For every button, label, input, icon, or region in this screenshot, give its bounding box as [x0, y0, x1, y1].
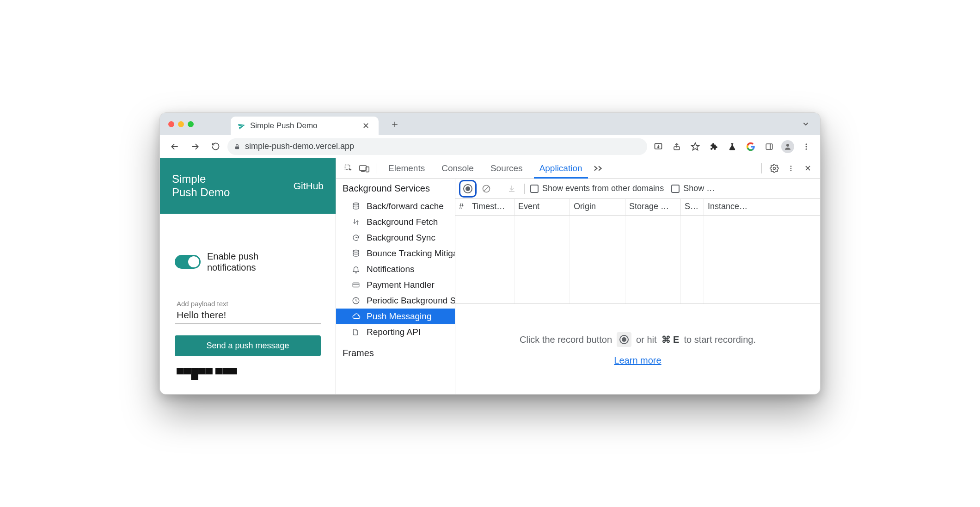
- more-tabs-icon[interactable]: [591, 161, 606, 176]
- tab-sources[interactable]: Sources: [482, 158, 531, 178]
- kebab-menu-icon[interactable]: [799, 139, 814, 154]
- clear-button[interactable]: [479, 182, 493, 196]
- labs-flask-icon[interactable]: [725, 139, 740, 154]
- settings-gear-icon[interactable]: [766, 161, 782, 176]
- google-icon[interactable]: [743, 139, 758, 154]
- window-controls: [168, 121, 194, 127]
- bell-icon: [352, 265, 362, 273]
- database-icon: [352, 202, 362, 210]
- sidebar-item-background-sync[interactable]: Background Sync: [336, 230, 455, 246]
- address-bar[interactable]: simple-push-demo.vercel.app: [227, 138, 647, 155]
- tab-list-button[interactable]: [797, 120, 815, 128]
- show-truncated-checkbox[interactable]: Show …: [671, 184, 715, 193]
- inspect-icon[interactable]: [341, 161, 356, 176]
- cloud-icon: [352, 312, 362, 321]
- frames-header: Frames: [336, 343, 455, 363]
- checkbox-icon: [530, 185, 539, 193]
- payload-value: Hello there!: [177, 309, 319, 321]
- svg-point-11: [806, 146, 807, 147]
- svg-rect-23: [353, 283, 359, 287]
- svg-point-18: [790, 166, 792, 167]
- file-icon: [352, 328, 362, 336]
- sidebar-item-reporting-api[interactable]: Reporting API: [336, 324, 455, 340]
- app-body: Enable push notifications Add payload te…: [160, 214, 336, 390]
- device-toolbar-icon[interactable]: [356, 161, 372, 176]
- toggle-label: Enable push notifications: [207, 251, 258, 273]
- events-table-body: [455, 216, 820, 303]
- tab-strip: Simple Push Demo ✕ ＋: [160, 113, 820, 135]
- devtools-close-icon[interactable]: ✕: [800, 161, 815, 176]
- record-button[interactable]: [461, 182, 474, 195]
- github-link[interactable]: GitHub: [294, 180, 324, 192]
- download-button[interactable]: [505, 182, 519, 196]
- svg-point-9: [786, 144, 789, 147]
- sidebar-item-background-fetch[interactable]: Background Fetch: [336, 214, 455, 230]
- learn-more-link[interactable]: Learn more: [614, 355, 661, 366]
- svg-point-21: [353, 203, 359, 205]
- close-window-button[interactable]: [168, 121, 174, 127]
- svg-point-22: [353, 250, 359, 253]
- devtools-tabbar: Elements Console Sources Application ✕: [336, 158, 820, 179]
- paper-plane-icon: [237, 121, 246, 130]
- shortcut-label: ⌘ E: [662, 334, 680, 345]
- sidebar-item-push-messaging[interactable]: Push Messaging: [336, 309, 455, 324]
- profile-button[interactable]: [780, 139, 795, 154]
- close-tab-icon[interactable]: ✕: [361, 121, 371, 131]
- sidebar-item-notifications[interactable]: Notifications: [336, 261, 455, 277]
- side-panel-icon[interactable]: [762, 139, 777, 154]
- sidebar-item-periodic-bg-sync[interactable]: Periodic Background Sync: [336, 293, 455, 309]
- sidebar-item-bounce-tracking[interactable]: Bounce Tracking Mitigations: [336, 246, 455, 261]
- pane-toolbar: Show events from other domains Show …: [455, 179, 820, 199]
- col-instance[interactable]: Instance…: [704, 199, 820, 215]
- browser-toolbar: simple-push-demo.vercel.app: [160, 135, 820, 158]
- install-app-icon[interactable]: [651, 139, 666, 154]
- col-origin[interactable]: Origin: [570, 199, 625, 215]
- forward-button[interactable]: [187, 138, 203, 155]
- bookmark-star-icon[interactable]: [688, 139, 703, 154]
- app-header: Simple Push Demo GitHub: [160, 158, 336, 214]
- push-messaging-pane: Show events from other domains Show … # …: [455, 179, 820, 394]
- send-push-button[interactable]: Send a push message: [175, 335, 321, 356]
- card-icon: [352, 281, 362, 289]
- back-button[interactable]: [166, 138, 183, 155]
- col-storage[interactable]: Storage …: [625, 199, 681, 215]
- col-timestamp[interactable]: Timest…: [468, 199, 514, 215]
- svg-point-17: [773, 167, 776, 169]
- share-icon[interactable]: [669, 139, 684, 154]
- svg-point-12: [806, 148, 807, 149]
- fullscreen-window-button[interactable]: [188, 121, 194, 127]
- clock-icon: [352, 297, 362, 305]
- sidebar-item-back-forward-cache[interactable]: Back/forward cache: [336, 198, 455, 214]
- show-other-domains-checkbox[interactable]: Show events from other domains: [530, 184, 664, 193]
- tab-elements[interactable]: Elements: [380, 158, 433, 178]
- database-icon: [352, 249, 362, 258]
- tab-console[interactable]: Console: [433, 158, 482, 178]
- svg-marker-6: [692, 142, 699, 150]
- col-event[interactable]: Event: [514, 199, 570, 215]
- checkbox-icon: [671, 185, 680, 193]
- devtools: Elements Console Sources Application ✕: [336, 158, 820, 394]
- col-index[interactable]: #: [455, 199, 468, 215]
- minimize-window-button[interactable]: [178, 121, 184, 127]
- extensions-icon[interactable]: [706, 139, 721, 154]
- col-s[interactable]: S…: [681, 199, 704, 215]
- url-text: simple-push-demo.vercel.app: [245, 142, 354, 151]
- app-title-line1: Simple: [172, 173, 230, 186]
- payload-field[interactable]: Add payload text Hello there!: [175, 296, 321, 324]
- sidebar-item-payment-handler[interactable]: Payment Handler: [336, 277, 455, 293]
- payload-placeholder: Add payload text: [177, 300, 319, 308]
- new-tab-button[interactable]: ＋: [383, 117, 406, 131]
- browser-tab[interactable]: Simple Push Demo ✕: [231, 117, 379, 135]
- svg-point-19: [790, 167, 792, 169]
- tab-application[interactable]: Application: [531, 158, 591, 178]
- sync-icon: [352, 234, 362, 242]
- svg-rect-7: [766, 144, 772, 149]
- content-area: Simple Push Demo GitHub Enable push noti…: [160, 158, 820, 394]
- empty-state-text: Click the record button or hit ⌘ E to st…: [520, 332, 756, 347]
- push-toggle[interactable]: [175, 255, 201, 269]
- devtools-kebab-icon[interactable]: [783, 161, 799, 176]
- application-sidebar: Background Services Back/forward cache B…: [336, 179, 455, 394]
- reload-button[interactable]: [207, 138, 224, 155]
- browser-window: Simple Push Demo ✕ ＋ simple-push-demo.ve…: [159, 112, 821, 395]
- tab-title: Simple Push Demo: [250, 121, 318, 130]
